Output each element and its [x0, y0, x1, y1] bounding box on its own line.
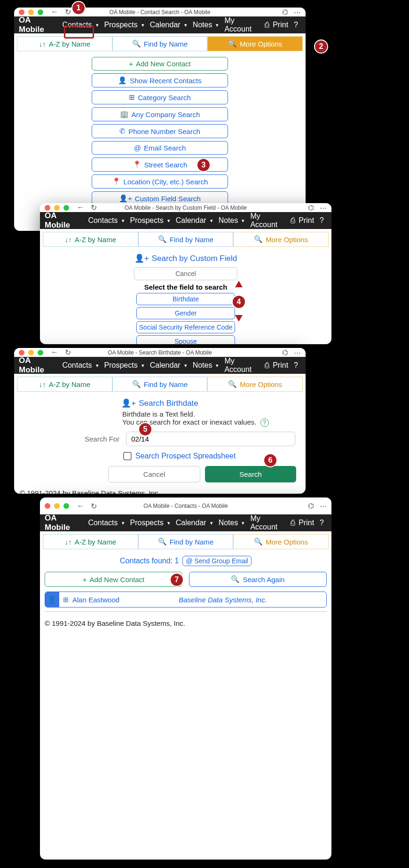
menu-icon[interactable]: ⋯ — [320, 502, 327, 510]
nav-help[interactable]: ? — [317, 213, 327, 228]
tab-find[interactable]: 🔍Find by Name — [112, 377, 208, 392]
tab-find[interactable]: 🔍Find by Name — [138, 232, 234, 247]
window-close-icon[interactable] — [45, 503, 50, 509]
reload-icon[interactable]: ↻ — [65, 348, 71, 357]
nav-myaccount[interactable]: My Account — [221, 354, 262, 377]
annotation-2: 2 — [314, 39, 328, 54]
window-close-icon[interactable] — [19, 350, 24, 355]
nav-notes[interactable]: Notes — [190, 18, 222, 32]
nav-help[interactable]: ? — [291, 358, 301, 372]
contact-row[interactable]: 👤 ⊞ Alan Eastwood Baseline Data Systems,… — [45, 592, 327, 608]
nav-prospects[interactable]: Prospects — [127, 213, 173, 228]
main-nav: OA Mobile Contacts Prospects Calendar No… — [40, 212, 331, 229]
back-icon[interactable]: ← — [77, 502, 84, 511]
nav-myaccount[interactable]: My Account — [221, 14, 262, 36]
option-button[interactable]: ⊞Category Search — [92, 90, 228, 104]
window-close-icon[interactable] — [45, 205, 50, 211]
tab-az[interactable]: ↓↑A-Z by Name — [43, 232, 138, 247]
nav-notes[interactable]: Notes — [216, 213, 248, 228]
app-icon[interactable]: ⌬ — [308, 204, 314, 212]
option-button[interactable]: @Email Search — [92, 141, 228, 155]
window-min-icon[interactable] — [28, 350, 34, 355]
tab-more-options[interactable]: 🔍More Options — [233, 232, 329, 247]
tab-az[interactable]: ↓↑A-Z by Name — [17, 377, 112, 392]
window-max-icon[interactable] — [38, 9, 43, 15]
window-min-icon[interactable] — [54, 503, 60, 509]
nav-prospects[interactable]: Prospects — [127, 516, 173, 530]
window-close-icon[interactable] — [19, 9, 24, 15]
tab-az[interactable]: ↓↑A-Z by Name — [43, 534, 138, 549]
search-again-button[interactable]: 🔍 Search Again — [189, 572, 327, 587]
prospect-checkbox[interactable] — [123, 452, 132, 460]
app-icon[interactable]: ⌬ — [282, 8, 288, 16]
reload-icon[interactable]: ↻ — [65, 8, 71, 16]
tab-more-options[interactable]: 🔍More Options — [207, 36, 303, 51]
nav-prospects[interactable]: Prospects — [102, 358, 147, 372]
reload-icon[interactable]: ↻ — [91, 502, 97, 511]
option-label: Phone Number Search — [128, 127, 200, 135]
cancel-button[interactable]: Cancel — [108, 466, 200, 482]
nav-contacts[interactable]: Contacts — [59, 18, 101, 32]
window-min-icon[interactable] — [54, 205, 60, 211]
add-new-contact-button[interactable]: + Add New Contact — [45, 572, 182, 587]
annotation-5: 5 — [138, 422, 152, 436]
nav-help[interactable]: ? — [317, 516, 327, 530]
nav-print[interactable]: Print — [288, 213, 317, 228]
select-field-label: Select the field to search — [45, 283, 327, 291]
nav-notes[interactable]: Notes — [216, 516, 248, 530]
custom-field-option[interactable]: Social Security Reference Code — [136, 321, 235, 333]
nav-prospects[interactable]: Prospects — [102, 18, 147, 32]
option-button[interactable]: 👤Show Recent Contacts — [92, 73, 228, 87]
sort-icon: ↓↑ — [65, 538, 72, 546]
nav-calendar[interactable]: Calendar — [147, 358, 190, 372]
tab-az[interactable]: ↓↑A-Z by Name — [17, 36, 112, 51]
nav-contacts[interactable]: Contacts — [85, 213, 127, 228]
nav-contacts[interactable]: Contacts — [85, 516, 127, 530]
option-button[interactable]: 🏢Any Company Search — [92, 107, 228, 121]
browser-chrome: ← ↻ OA Mobile - Search Birthdate - OA Mo… — [14, 348, 306, 357]
back-icon[interactable]: ← — [51, 8, 58, 16]
nav-myaccount[interactable]: My Account — [247, 512, 288, 534]
nav-print[interactable]: Print — [262, 358, 291, 372]
app-icon[interactable]: ⌬ — [282, 348, 288, 357]
nav-calendar[interactable]: Calendar — [173, 516, 216, 530]
window-max-icon[interactable] — [38, 350, 43, 355]
menu-icon[interactable]: ⋯ — [294, 348, 301, 357]
app-icon[interactable]: ⌬ — [308, 502, 314, 510]
window-max-icon[interactable] — [63, 503, 69, 509]
cancel-button[interactable]: Cancel — [134, 267, 237, 280]
search-button[interactable]: Search — [205, 466, 296, 482]
nav-calendar[interactable]: Calendar — [173, 213, 216, 228]
custom-field-option[interactable]: Gender — [136, 307, 235, 319]
nav-notes[interactable]: Notes — [190, 358, 222, 372]
option-button[interactable]: ✆Phone Number Search — [92, 124, 228, 138]
browser-chrome: ← ↻ OA Mobile - Contacts - OA Mobile ⌬ ⋯ — [40, 497, 331, 514]
nav-contacts[interactable]: Contacts — [59, 358, 101, 372]
search-input[interactable] — [126, 432, 295, 446]
send-group-email-button[interactable]: @ Send Group Email — [182, 556, 252, 566]
menu-icon[interactable]: ⋯ — [320, 204, 327, 212]
option-button[interactable]: +Add New Contact — [92, 57, 228, 71]
help-icon[interactable]: ? — [260, 418, 269, 427]
back-icon[interactable]: ← — [77, 203, 84, 212]
tab-more-options[interactable]: 🔍More Options — [233, 534, 329, 549]
reload-icon[interactable]: ↻ — [91, 203, 97, 212]
tab-find[interactable]: 🔍Find by Name — [138, 534, 234, 549]
option-button[interactable]: 📍Location (City, etc.) Search — [92, 174, 228, 189]
menu-icon[interactable]: ⋯ — [294, 8, 301, 16]
custom-field-option[interactable]: Spouse — [136, 335, 235, 344]
checkbox-label[interactable]: Search Prospect Spreadsheet — [135, 452, 236, 460]
nav-print[interactable]: Print — [262, 18, 291, 32]
nav-myaccount[interactable]: My Account — [247, 209, 288, 232]
window-max-icon[interactable] — [63, 205, 69, 211]
nav-print[interactable]: Print — [288, 516, 317, 530]
back-icon[interactable]: ← — [51, 348, 58, 357]
arrow-up-icon — [235, 281, 243, 287]
option-label: Email Search — [144, 144, 186, 152]
tab-more-options[interactable]: 🔍More Options — [207, 377, 303, 392]
nav-help[interactable]: ? — [291, 18, 301, 32]
nav-calendar[interactable]: Calendar — [147, 18, 190, 32]
tab-find[interactable]: 🔍Find by Name — [112, 36, 208, 51]
window-min-icon[interactable] — [28, 9, 34, 15]
custom-field-option[interactable]: Birthdate — [136, 293, 235, 305]
